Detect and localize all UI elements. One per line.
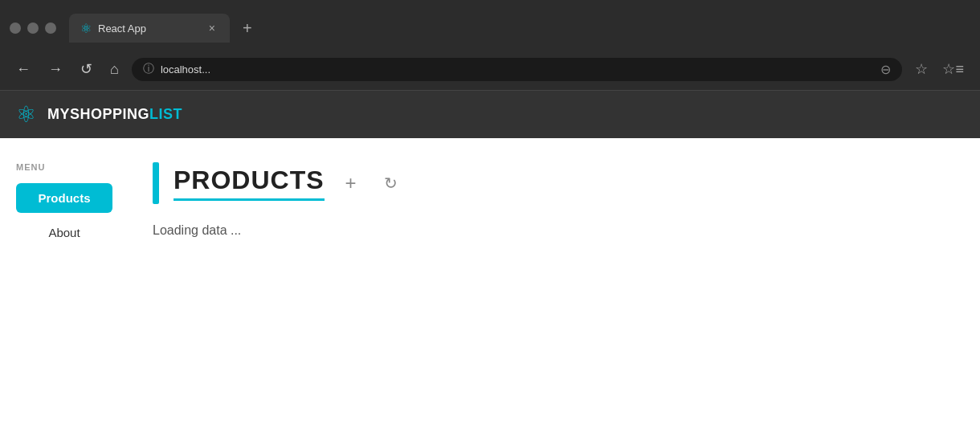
maximize-traffic-light[interactable]: [45, 22, 56, 34]
address-bar[interactable]: ⓘ localhost... ⊖: [132, 58, 903, 81]
tabs-area: ⚛ React App × +: [69, 14, 970, 43]
refresh-button[interactable]: ↻: [378, 170, 404, 196]
main-content: PRODUCTS + ↻ Loading data ...: [129, 162, 980, 379]
page-heading-bar: [153, 162, 159, 204]
app-header: ⚛ MYSHOPPINGLIST: [0, 90, 980, 138]
add-product-button[interactable]: +: [339, 169, 363, 198]
new-tab-button[interactable]: +: [236, 16, 259, 41]
sidebar-item-about[interactable]: About: [16, 219, 112, 246]
page-content: MENU Products About PRODUCTS + ↻ Loading…: [0, 138, 980, 379]
reload-button[interactable]: ↺: [76, 57, 97, 81]
app-title-list: LIST: [149, 106, 182, 122]
app-title-my: MY: [47, 106, 70, 122]
tab-close-button[interactable]: ×: [206, 20, 218, 36]
loading-text: Loading data ...: [153, 223, 956, 238]
page-title: PRODUCTS: [174, 165, 325, 201]
address-info-icon: ⓘ: [143, 62, 154, 76]
back-button[interactable]: ←: [11, 58, 35, 81]
nav-actions: ☆ ☆≡: [910, 57, 969, 81]
app-logo-icon: ⚛: [16, 101, 36, 128]
tab-title: React App: [98, 22, 199, 35]
zoom-icon: ⊖: [880, 62, 891, 77]
browser-chrome: ⚛ React App × + ← → ↺ ⌂ ⓘ localhost... ⊖…: [0, 0, 980, 90]
menu-label: MENU: [16, 162, 112, 172]
sidebar-item-products[interactable]: Products: [16, 183, 112, 213]
home-button[interactable]: ⌂: [105, 58, 124, 81]
page-heading-row: PRODUCTS + ↻: [153, 162, 956, 204]
nav-bar: ← → ↺ ⌂ ⓘ localhost... ⊖ ☆ ☆≡: [0, 48, 980, 90]
browser-tab[interactable]: ⚛ React App ×: [69, 14, 230, 43]
tab-favicon-icon: ⚛: [80, 21, 92, 36]
traffic-lights: [10, 22, 56, 34]
bookmark-button[interactable]: ☆: [910, 57, 933, 81]
sidebar: MENU Products About: [0, 162, 129, 379]
bookmarks-button[interactable]: ☆≡: [937, 57, 969, 81]
address-text: localhost...: [161, 63, 875, 76]
close-traffic-light[interactable]: [10, 22, 21, 34]
app-title-shopping: SHOPPING: [70, 106, 149, 122]
minimize-traffic-light[interactable]: [27, 22, 39, 34]
app-title: MYSHOPPINGLIST: [47, 106, 182, 123]
forward-button[interactable]: →: [43, 58, 67, 81]
title-bar: ⚛ React App × +: [0, 0, 980, 48]
